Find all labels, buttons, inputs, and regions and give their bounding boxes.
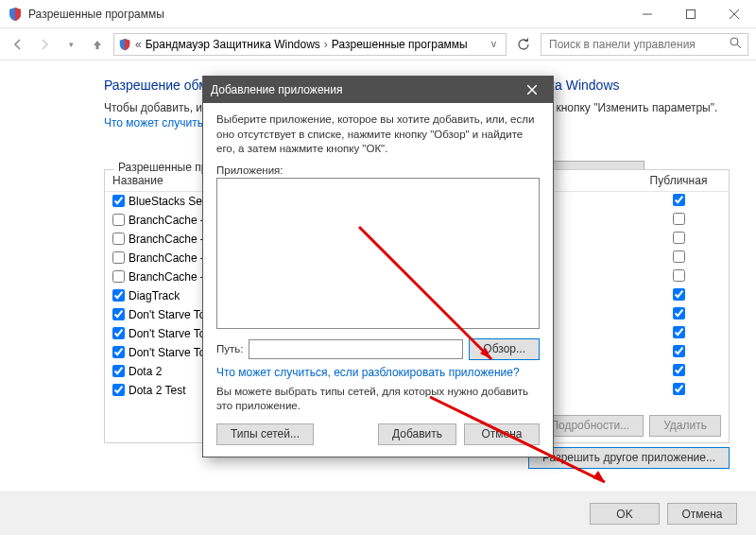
public-checkbox[interactable] — [673, 213, 685, 225]
app-name: DiagTrack — [129, 289, 180, 302]
path-row: Путь: Обзор... — [216, 338, 540, 360]
app-checkbox[interactable] — [112, 384, 125, 396]
app-checkbox[interactable] — [112, 365, 125, 377]
dialog-instruction: Выберите приложение, которое вы хотите д… — [216, 112, 540, 157]
back-button[interactable] — [8, 34, 28, 55]
crumb-firewall[interactable]: Брандмауэр Защитника Windows — [146, 38, 320, 51]
public-checkbox[interactable] — [673, 383, 685, 395]
app-name: Dota 2 — [129, 365, 162, 378]
delete-button[interactable]: Удалить — [649, 415, 721, 437]
apps-listbox[interactable] — [216, 178, 540, 329]
window-controls — [626, 0, 756, 28]
app-checkbox[interactable] — [112, 270, 125, 283]
dialog-cancel-button[interactable]: Отмена — [464, 423, 540, 445]
net-types-desc: Вы можете выбрать типы сетей, для которы… — [216, 385, 540, 414]
close-button[interactable] — [713, 0, 756, 28]
add-app-dialog: Добавление приложения Выберите приложени… — [202, 76, 554, 457]
path-input[interactable] — [249, 339, 463, 359]
window-titlebar: Разрешенные программы — [0, 0, 756, 28]
app-checkbox[interactable] — [112, 251, 125, 264]
recent-dropdown[interactable]: ▾ — [60, 34, 81, 55]
nav-bar: ▾ « Брандмауэр Защитника Windows › Разре… — [0, 28, 756, 60]
crumb-allowed[interactable]: Разрешенные программы — [332, 38, 468, 51]
app-checkbox[interactable] — [112, 214, 125, 226]
forward-button[interactable] — [34, 34, 55, 55]
app-checkbox[interactable] — [112, 289, 125, 302]
apps-label: Приложения: — [216, 164, 540, 176]
search-icon — [730, 37, 742, 52]
add-button[interactable]: Добавить — [378, 423, 456, 445]
app-checkbox[interactable] — [112, 327, 125, 339]
maximize-button[interactable] — [669, 0, 713, 28]
app-name: Dota 2 Test — [129, 384, 185, 397]
footer-buttons: OK Отмена — [0, 492, 756, 535]
chevron-right-icon: › — [324, 38, 328, 51]
public-checkbox[interactable] — [673, 307, 685, 319]
browse-button[interactable]: Обзор... — [469, 338, 540, 360]
search-input[interactable] — [547, 37, 742, 52]
dialog-button-row: Типы сетей... Добавить Отмена — [216, 423, 540, 445]
public-checkbox[interactable] — [673, 250, 685, 263]
ok-button[interactable]: OK — [590, 503, 660, 525]
public-checkbox[interactable] — [673, 194, 685, 206]
dialog-risk-link[interactable]: Что может случиться, если разблокировать… — [216, 366, 520, 379]
breadcrumb-bar[interactable]: « Брандмауэр Защитника Windows › Разреше… — [113, 33, 507, 56]
cancel-button[interactable]: Отмена — [667, 503, 737, 525]
window-title: Разрешенные программы — [28, 8, 626, 21]
app-checkbox[interactable] — [112, 195, 125, 207]
path-label: Путь: — [216, 343, 243, 354]
public-checkbox[interactable] — [673, 326, 685, 338]
col-public[interactable]: Публичная — [636, 174, 721, 187]
app-checkbox[interactable] — [112, 233, 125, 245]
chevron-down-icon[interactable]: v — [491, 39, 502, 49]
dialog-title: Добавление приложения — [211, 83, 342, 96]
app-checkbox[interactable] — [112, 346, 125, 358]
svg-rect-1 — [687, 9, 696, 18]
search-box[interactable] — [541, 33, 748, 56]
dialog-close-button[interactable] — [519, 77, 545, 103]
refresh-button[interactable] — [512, 33, 535, 56]
svg-point-4 — [730, 38, 738, 45]
public-checkbox[interactable] — [673, 288, 685, 301]
shield-icon — [8, 7, 23, 22]
public-checkbox[interactable] — [673, 345, 685, 357]
dialog-body: Выберите приложение, которое вы хотите д… — [203, 103, 553, 457]
app-checkbox[interactable] — [112, 308, 125, 320]
minimize-button[interactable] — [626, 0, 669, 28]
up-button[interactable] — [87, 34, 108, 55]
shield-icon — [118, 38, 131, 51]
dialog-titlebar[interactable]: Добавление приложения — [203, 77, 553, 103]
public-checkbox[interactable] — [673, 232, 685, 244]
svg-line-5 — [737, 44, 741, 48]
allow-another-app-button[interactable]: Разрешить другое приложение... — [528, 447, 730, 469]
public-checkbox[interactable] — [673, 364, 685, 376]
public-checkbox[interactable] — [673, 269, 685, 282]
network-types-button[interactable]: Типы сетей... — [216, 423, 314, 445]
